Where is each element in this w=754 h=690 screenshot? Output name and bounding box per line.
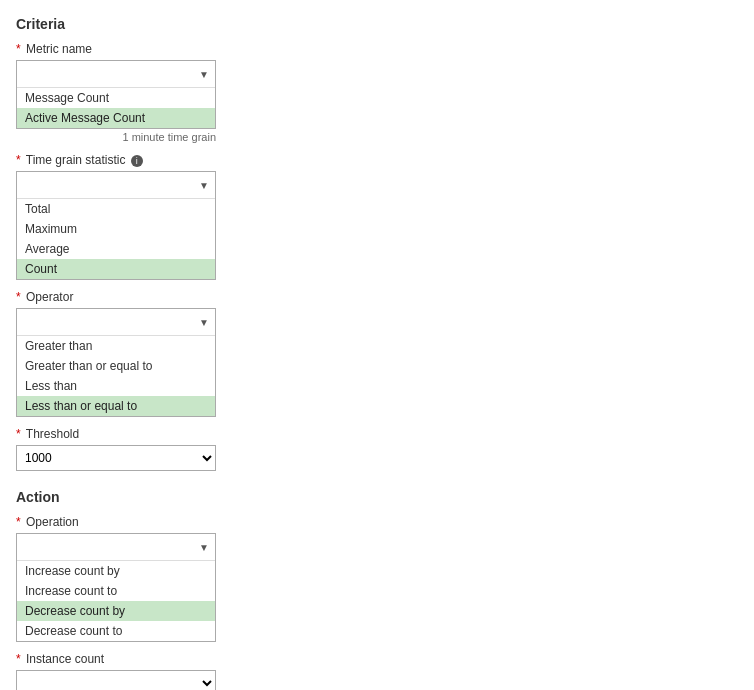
time-grain-statistic-label: * Time grain statistic i [16,153,738,167]
metric-option-message-count[interactable]: Message Count [17,88,215,108]
operation-trigger[interactable]: ▼ [17,534,215,560]
operator-option-greater-than-equal[interactable]: Greater than or equal to [17,356,215,376]
time-grain-arrow: ▼ [199,180,209,191]
operation-option-increase-to[interactable]: Increase count to [17,581,215,601]
criteria-title: Criteria [16,16,738,32]
metric-name-dropdown[interactable]: ▼ Message Count Active Message Count [16,60,216,129]
time-grain-list: Total Maximum Average Count [17,198,215,279]
metric-name-trigger[interactable]: ▼ [17,61,215,87]
operator-option-greater-than[interactable]: Greater than [17,336,215,356]
operation-option-increase-by[interactable]: Increase count by [17,561,215,581]
instance-count-label: * Instance count [16,652,738,666]
metric-name-hint: 1 minute time grain [16,131,216,143]
threshold-label: * Threshold [16,427,738,441]
threshold-select[interactable]: 1000 [16,445,216,471]
operator-dropdown[interactable]: ▼ Greater than Greater than or equal to … [16,308,216,417]
operation-required: * [16,515,21,529]
time-grain-trigger[interactable]: ▼ [17,172,215,198]
operator-required: * [16,290,21,304]
metric-name-required: * [16,42,21,56]
time-grain-option-count[interactable]: Count [17,259,215,279]
threshold-required: * [16,427,21,441]
time-grain-option-average[interactable]: Average [17,239,215,259]
operator-option-less-than[interactable]: Less than [17,376,215,396]
time-grain-dropdown[interactable]: ▼ Total Maximum Average Count [16,171,216,280]
time-grain-info-icon[interactable]: i [131,155,143,167]
instance-count-select[interactable] [16,670,216,690]
instance-count-required: * [16,652,21,666]
criteria-section: Criteria * Metric name ▼ Message Count A… [16,16,738,471]
operator-option-less-than-equal[interactable]: Less than or equal to [17,396,215,416]
operation-label: * Operation [16,515,738,529]
operation-list: Increase count by Increase count to Decr… [17,560,215,641]
metric-option-active-message-count[interactable]: Active Message Count [17,108,215,128]
time-grain-option-total[interactable]: Total [17,199,215,219]
operator-trigger[interactable]: ▼ [17,309,215,335]
action-title: Action [16,489,738,505]
operator-label: * Operator [16,290,738,304]
metric-name-list: Message Count Active Message Count [17,87,215,128]
metric-name-arrow: ▼ [199,69,209,80]
time-grain-required: * [16,153,21,167]
operation-option-decrease-by[interactable]: Decrease count by [17,601,215,621]
operation-dropdown[interactable]: ▼ Increase count by Increase count to De… [16,533,216,642]
operator-list: Greater than Greater than or equal to Le… [17,335,215,416]
metric-name-label: * Metric name [16,42,738,56]
operation-option-decrease-to[interactable]: Decrease count to [17,621,215,641]
operator-arrow: ▼ [199,317,209,328]
operation-arrow: ▼ [199,542,209,553]
time-grain-option-maximum[interactable]: Maximum [17,219,215,239]
action-section: Action * Operation ▼ Increase count by I… [16,489,738,690]
